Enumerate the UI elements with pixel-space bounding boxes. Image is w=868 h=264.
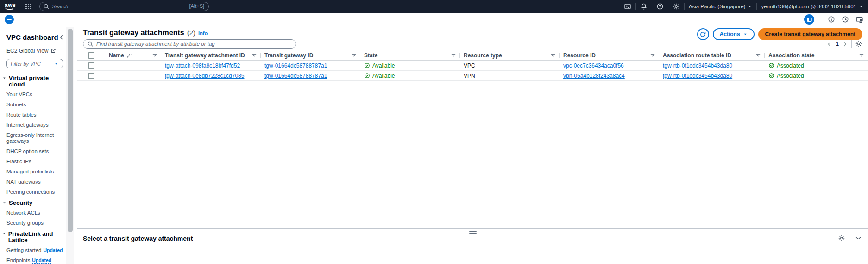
gateway-id-link[interactable]: tgw-01664dc58788787a1 (264, 73, 327, 79)
sidebar-item-getting-started[interactable]: Getting startedUpdated (6, 247, 64, 253)
sidebar-item-peering-connections[interactable]: Peering connections (6, 189, 64, 195)
section-privatelink-and-lattice[interactable]: PrivateLink and Lattice (2, 231, 64, 244)
sort-filter-icon[interactable] (650, 53, 655, 58)
feedback-monitor-icon[interactable] (855, 16, 863, 24)
settings-gear-icon[interactable] (673, 3, 680, 10)
state-badge: Available (364, 62, 395, 69)
sidebar-item-subnets[interactable]: Subnets (6, 102, 64, 108)
cloudshell-icon[interactable] (624, 3, 631, 10)
page-title: Transit gateway attachments (83, 29, 184, 37)
sort-filter-icon[interactable] (152, 53, 157, 58)
account-menu[interactable]: yennth136@fpt.com @ 3432-1820-5901 (761, 4, 863, 9)
sidebar-scrollbar-thumb[interactable] (68, 29, 73, 232)
split-panel-drag-handle[interactable] (468, 230, 478, 235)
previous-page-icon[interactable] (826, 41, 832, 47)
column-header-gateway-id[interactable]: Transit gateway ID (261, 51, 360, 60)
attachment-id-link[interactable]: tgw-attach-098fa8c18bf47fd52 (165, 62, 240, 69)
nav-divider (21, 3, 21, 10)
services-menu-icon[interactable] (25, 4, 31, 9)
search-input[interactable] (39, 2, 209, 11)
row-checkbox[interactable] (88, 62, 94, 69)
sort-filter-icon[interactable] (859, 53, 864, 58)
secondary-toolbar (0, 13, 868, 26)
search-icon (87, 41, 94, 47)
hamburger-menu-button[interactable] (5, 15, 14, 24)
page-number[interactable]: 1 (836, 41, 839, 47)
region-selector[interactable]: Asia Pacific (Singapore) (689, 4, 753, 9)
table-header-row: Name Transit gateway attachment ID Trans… (77, 51, 868, 61)
column-header-name[interactable]: Name (105, 51, 161, 60)
check-circle-icon (768, 62, 774, 68)
sort-filter-icon[interactable] (755, 53, 761, 58)
table-preferences-gear-icon[interactable] (855, 40, 862, 48)
split-panel: Select a transit gateway attachment (77, 228, 868, 264)
edit-pencil-icon (126, 53, 132, 58)
nav-right-group: Asia Pacific (Singapore) yennth136@fpt.c… (624, 3, 863, 10)
split-panel-controls (838, 234, 862, 242)
sidebar-item-endpoints[interactable]: EndpointsUpdated (6, 258, 64, 264)
sort-filter-icon[interactable] (451, 53, 456, 58)
sidebar-item-managed-prefix-lists[interactable]: Managed prefix lists (6, 169, 64, 175)
sidebar-title: VPC dashboard (6, 33, 58, 41)
sidebar-item-network-acls[interactable]: Network ACLs (6, 210, 64, 216)
gateway-id-link[interactable]: tgw-01664dc58788787a1 (264, 62, 327, 69)
create-transit-gateway-attachment-button[interactable]: Create transit gateway attachment (758, 28, 862, 40)
association-state-badge: Associated (768, 73, 804, 79)
filter-by-vpc-select[interactable]: Filter by VPC (6, 59, 63, 68)
column-header-attachment-id[interactable]: Transit gateway attachment ID (161, 51, 261, 60)
sidebar-item-dhcp-option-sets[interactable]: DHCP option sets (6, 148, 64, 154)
row-checkbox[interactable] (88, 73, 94, 79)
split-panel-toggle-button[interactable] (804, 14, 814, 25)
next-page-icon[interactable] (842, 41, 848, 47)
resource-type: VPN (464, 73, 475, 79)
sidebar-item-security-groups[interactable]: Security groups (6, 220, 64, 226)
info-link[interactable]: Info (198, 31, 208, 36)
column-header-association-state[interactable]: Association state (765, 51, 868, 60)
cell-name (105, 71, 161, 80)
attachment-filter-input[interactable] (83, 39, 296, 49)
sidebar-item-internet-gateways[interactable]: Internet gateways (6, 122, 64, 128)
select-all-checkbox[interactable] (88, 52, 94, 59)
attachment-id-link[interactable]: tgw-attach-0e8db7228c1cd7085 (165, 73, 244, 79)
page-header: Transit gateway attachments (2) Info (83, 29, 208, 37)
section-virtual-private-cloud[interactable]: Virtual private cloud (2, 75, 64, 88)
history-clock-icon[interactable] (842, 16, 849, 23)
resource-id-link[interactable]: vpc-0ec7c36434aca0f56 (563, 62, 624, 69)
notifications-bell-icon[interactable] (640, 3, 648, 10)
sidebar-item-elastic-ips[interactable]: Elastic IPs (6, 159, 64, 165)
column-header-resource-id[interactable]: Resource ID (560, 51, 659, 60)
cell-name (105, 61, 161, 70)
column-header-resource-type[interactable]: Resource type (460, 51, 560, 60)
actions-button[interactable]: Actions (713, 28, 755, 40)
section-security[interactable]: Security (2, 200, 64, 206)
sort-filter-icon[interactable] (252, 53, 257, 58)
account-label: yennth136@fpt.com @ 3432-1820-5901 (761, 4, 856, 9)
sidebar-item-nat-gateways[interactable]: NAT gateways (6, 179, 64, 185)
region-label: Asia Pacific (Singapore) (689, 4, 746, 9)
sidebar-item-your-vpcs[interactable]: Your VPCs (6, 92, 64, 98)
association-state-badge: Associated (768, 62, 804, 69)
sort-filter-icon[interactable] (351, 53, 357, 58)
split-panel-title: Select a transit gateway attachment (83, 235, 193, 242)
search-shortcut: [Alt+S] (189, 3, 204, 9)
info-panel-icon[interactable] (828, 16, 835, 23)
chevron-down-icon (54, 61, 59, 66)
sidebar-collapse-icon[interactable] (58, 34, 64, 40)
route-table-id-link[interactable]: tgw-rtb-0f1edc3454b43da80 (663, 62, 732, 69)
route-table-id-link[interactable]: tgw-rtb-0f1edc3454b43da80 (663, 73, 732, 79)
table-row: tgw-attach-0e8db7228c1cd7085 tgw-01664dc… (77, 71, 868, 81)
split-panel-collapse-chevron-icon[interactable] (855, 235, 862, 241)
help-icon[interactable] (656, 3, 664, 10)
state-badge: Available (364, 73, 395, 79)
split-panel-preferences-gear-icon[interactable] (838, 234, 845, 242)
sidebar-item-egress-only-internet-gateways[interactable]: Egress-only internet gateways (6, 132, 64, 144)
resource-id-link[interactable]: vpn-05a4b128f243a8ac4 (563, 73, 625, 79)
sidebar-item-route-tables[interactable]: Route tables (6, 112, 64, 118)
aws-logo[interactable]: aws (5, 3, 16, 11)
column-header-state[interactable]: State (360, 51, 460, 60)
aws-console: aws [Alt+S] Asia Pacific (Singapore) (0, 0, 868, 264)
ec2-global-view-link[interactable]: EC2 Global View (6, 48, 64, 54)
column-header-route-table-id[interactable]: Association route table ID (659, 51, 765, 60)
sort-filter-icon[interactable] (550, 53, 556, 58)
refresh-button[interactable] (697, 28, 709, 40)
